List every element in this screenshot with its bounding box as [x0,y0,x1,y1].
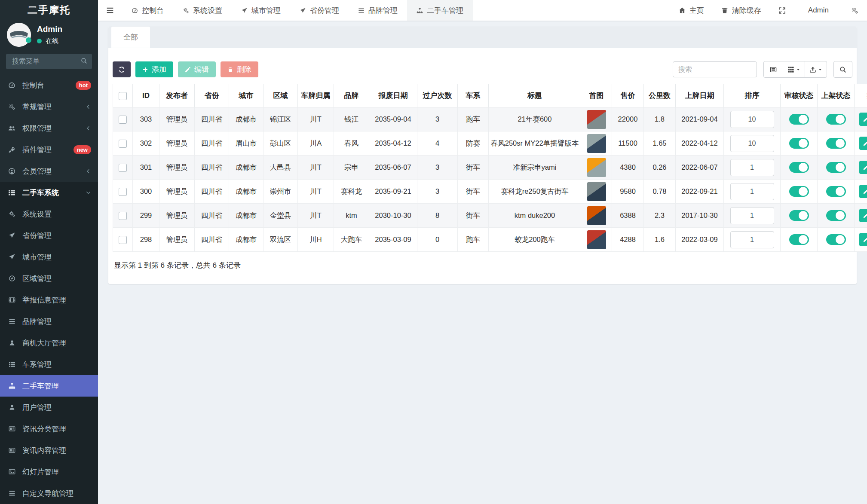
audit-status-toggle[interactable] [789,210,809,221]
column-header[interactable]: 首图 [581,84,612,107]
topbar-tab[interactable]: 品牌管理 [349,0,407,21]
row-edit-button[interactable] [859,113,867,126]
detail-view-button[interactable] [763,61,783,78]
sidebar-subitem[interactable]: 自定义导航管理 [0,483,98,504]
sidebar-item[interactable]: 权限管理 [0,117,98,139]
sidebar-subitem[interactable]: 资讯分类管理 [0,418,98,440]
sidebar-search-input[interactable] [6,54,92,69]
row-checkbox[interactable] [119,140,127,148]
sidebar-subitem[interactable]: 系统设置 [0,203,98,225]
column-header[interactable]: 品牌 [334,84,369,107]
clear-cache-button[interactable]: 清除缓存 [713,0,770,21]
table-search-input[interactable] [673,61,757,77]
delete-button[interactable]: 删除 [221,61,258,77]
topbar-tab[interactable]: 城市管理 [232,0,290,21]
row-thumbnail[interactable] [587,206,606,225]
column-header[interactable]: ID [133,84,159,107]
audit-status-toggle[interactable] [789,114,809,125]
topbar-tab[interactable]: 省份管理 [290,0,349,21]
column-header[interactable]: 售价 [612,84,644,107]
row-thumbnail[interactable] [587,182,606,201]
sidebar-toggle-button[interactable] [98,0,122,21]
column-header[interactable]: 区域 [263,84,298,107]
tab-all[interactable]: 全部 [111,27,150,48]
topbar-tab[interactable]: 控制台 [122,0,173,21]
sidebar-subitem[interactable]: 举报信息管理 [0,289,98,311]
row-thumbnail[interactable] [587,110,606,129]
column-header[interactable]: 车牌归属 [298,84,334,107]
topbar-tab[interactable]: 二手车管理 [407,0,473,21]
row-thumbnail[interactable] [587,134,606,153]
sidebar-subitem[interactable]: 城市管理 [0,246,98,268]
column-header[interactable]: 审核状态 [781,84,818,107]
column-header[interactable]: 标题 [489,84,581,107]
export-button[interactable] [805,61,827,78]
sidebar-subitem[interactable]: 品牌管理 [0,311,98,332]
sidebar-item[interactable]: 控制台 hot [0,74,98,96]
column-header[interactable]: 城市 [229,84,263,107]
columns-button[interactable] [783,61,805,78]
shelf-status-toggle[interactable] [826,210,846,221]
shelf-status-toggle[interactable] [826,114,846,125]
shelf-status-toggle[interactable] [826,186,846,197]
edit-button[interactable]: 编辑 [178,61,216,77]
fullscreen-button[interactable] [770,0,794,21]
sidebar-item[interactable]: 插件管理 new [0,139,98,160]
shelf-status-toggle[interactable] [826,234,846,245]
table-search-button[interactable] [833,61,852,78]
audit-status-toggle[interactable] [789,138,809,149]
row-thumbnail[interactable] [587,158,606,177]
shelf-status-toggle[interactable] [826,162,846,173]
row-edit-button[interactable] [859,161,867,174]
sort-input[interactable] [730,183,774,200]
settings-gear-button[interactable] [842,0,867,21]
refresh-button[interactable] [113,61,131,77]
column-header[interactable]: 操作 [855,84,867,107]
row-checkbox[interactable] [119,116,127,124]
row-edit-button[interactable] [859,233,867,246]
cell-city: 成都市 [229,107,263,131]
sidebar-subitem[interactable]: 商机大厅管理 [0,332,98,354]
sort-input[interactable] [730,111,774,128]
column-header[interactable]: 公里数 [644,84,676,107]
add-button[interactable]: 添加 [135,61,173,77]
row-edit-button[interactable] [859,209,867,222]
sidebar-subitem[interactable]: 资讯内容管理 [0,440,98,461]
column-header[interactable]: 过户次数 [417,84,458,107]
sort-input[interactable] [730,231,774,248]
sort-input[interactable] [730,135,774,152]
sidebar-subitem[interactable]: 幻灯片管理 [0,461,98,483]
home-link[interactable]: 主页 [670,0,713,21]
audit-status-toggle[interactable] [789,162,809,173]
row-edit-button[interactable] [859,185,867,198]
audit-status-toggle[interactable] [789,186,809,197]
column-header[interactable]: 省份 [195,84,229,107]
select-all-checkbox[interactable] [119,92,127,100]
column-header[interactable]: 排序 [724,84,781,107]
column-header[interactable]: 上架状态 [818,84,855,107]
sidebar-subitem[interactable]: 区域管理 [0,268,98,289]
sidebar-subitem[interactable]: 省份管理 [0,225,98,246]
column-header[interactable]: 上牌日期 [676,84,724,107]
row-thumbnail[interactable] [587,230,606,249]
sidebar-item[interactable]: 常规管理 [0,96,98,117]
row-checkbox[interactable] [119,236,127,244]
sort-input[interactable] [730,159,774,176]
audit-status-toggle[interactable] [789,234,809,245]
column-header[interactable]: 报废日期 [369,84,417,107]
sidebar-section-toggle[interactable]: 二手车系统 [0,182,98,203]
column-header[interactable]: 发布者 [159,84,195,107]
user-menu[interactable]: Admin [794,0,842,21]
sort-input[interactable] [730,207,774,224]
row-checkbox[interactable] [119,212,127,220]
row-edit-button[interactable] [859,137,867,150]
topbar-tab[interactable]: 系统设置 [173,0,232,21]
sidebar-subitem[interactable]: 用户管理 [0,397,98,418]
row-checkbox[interactable] [119,164,127,172]
column-header[interactable]: 车系 [458,84,489,107]
sidebar-subitem[interactable]: 车系管理 [0,354,98,375]
sidebar-item[interactable]: 会员管理 [0,160,98,182]
sidebar-subitem[interactable]: 二手车管理 [0,375,98,397]
shelf-status-toggle[interactable] [826,138,846,149]
row-checkbox[interactable] [119,188,127,196]
